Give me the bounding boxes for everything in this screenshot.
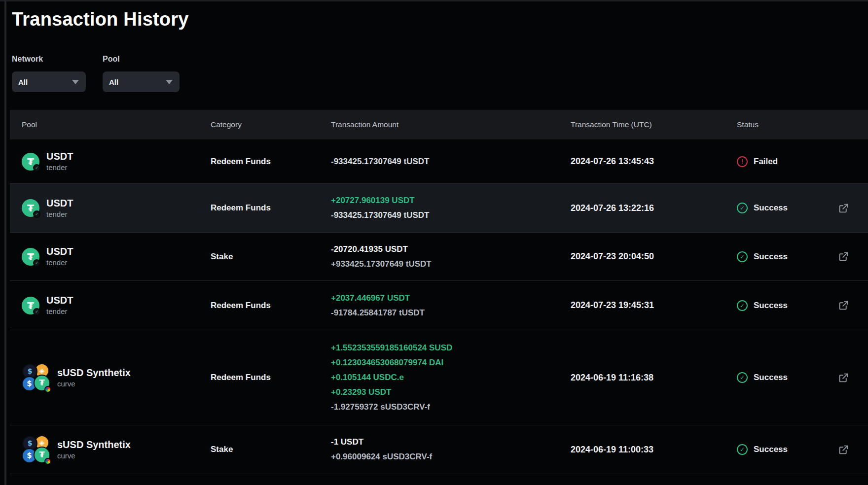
status-label: Success <box>754 445 788 454</box>
pool-filter-label: Pool <box>103 55 180 64</box>
table-row[interactable]: $ ◈ $ ₮ sUSD Synthetix curve Stake -1 US… <box>10 425 868 474</box>
amount-line: +0.23293 USDT <box>331 385 571 400</box>
pool-platform: tender <box>46 163 73 173</box>
pool-cell: ₮ ✓ USDT tender <box>10 294 211 316</box>
pool-filter: Pool All <box>103 55 180 92</box>
pool-platform: tender <box>46 209 73 219</box>
amount-line: +0.96009624 sUSD3CRV-f <box>331 450 571 464</box>
time-cell: 2024-07-26 13:45:43 <box>571 156 737 167</box>
pool-cell: $ ◈ $ ₮ sUSD Synthetix curve <box>10 436 211 464</box>
filters-bar: Network All Pool All <box>12 55 868 92</box>
tether-glyph-icon: ₮ <box>27 251 34 263</box>
status-label: Failed <box>754 157 778 167</box>
failed-icon: ! <box>737 156 748 167</box>
amount-line: -1 USDT <box>331 435 571 450</box>
pool-name: USDT <box>46 197 73 209</box>
network-dropdown-value: All <box>18 78 28 86</box>
success-icon: ✓ <box>737 300 748 311</box>
status-cell: ✓ Success <box>737 444 838 455</box>
category-cell: Redeem Funds <box>211 301 331 311</box>
pool-cell: ₮ ✓ USDT tender <box>10 245 211 268</box>
success-icon: ✓ <box>737 372 748 383</box>
pool-cell: $ ◈ $ ₮ sUSD Synthetix curve <box>10 364 211 392</box>
category-cell: Stake <box>211 252 331 262</box>
time-cell: 2024-07-23 19:45:31 <box>571 300 737 311</box>
category-cell: Redeem Funds <box>211 373 331 382</box>
column-header-time: Transaction Time (UTC) <box>571 120 737 129</box>
link-cell <box>838 300 868 311</box>
external-link-icon[interactable] <box>838 445 849 455</box>
column-header-category: Category <box>211 120 331 129</box>
usdt-coin-icon: ₮ ✓ <box>22 199 39 217</box>
network-filter: Network All <box>12 55 86 92</box>
susd-synthetix-pool-icon: $ ◈ $ ₮ <box>22 436 50 464</box>
status-cell: ✓ Success <box>737 372 838 383</box>
time-cell: 2024-06-19 11:00:33 <box>571 445 737 455</box>
amount-line: +2037.446967 USDT <box>331 291 571 306</box>
external-link-icon[interactable] <box>838 373 849 383</box>
transaction-history-page: Transaction History Network All Pool All… <box>0 0 868 483</box>
amount-line: -91784.25841787 tUSDT <box>331 306 571 320</box>
amount-line: -933425.17307649 tUSDT <box>331 154 571 169</box>
curve-badge-icon <box>44 386 51 393</box>
time-cell: 2024-07-26 13:22:16 <box>571 203 737 213</box>
status-label: Success <box>754 373 788 382</box>
amount-line: +933425.17307649 tUSDT <box>331 257 571 272</box>
time-cell: 2024-06-19 11:16:38 <box>571 373 737 383</box>
page-title: Transaction History <box>12 9 868 30</box>
external-link-icon[interactable] <box>838 251 849 262</box>
susd-synthetix-pool-icon: $ ◈ $ ₮ <box>22 364 50 392</box>
external-link-icon[interactable] <box>838 300 849 311</box>
link-cell <box>838 203 868 213</box>
success-icon: ✓ <box>737 203 748 213</box>
pool-name: USDT <box>46 150 73 162</box>
status-cell: ✓ Success <box>737 300 838 311</box>
amount-line: -20720.41935 USDT <box>331 242 571 257</box>
amount-cell: -20720.41935 USDT +933425.17307649 tUSDT <box>331 242 571 272</box>
status-label: Success <box>754 252 788 262</box>
pool-name: sUSD Synthetix <box>57 439 131 450</box>
verified-badge-icon: ✓ <box>33 210 40 218</box>
pool-name: USDT <box>46 294 73 306</box>
pool-platform: curve <box>57 451 131 461</box>
amount-line: +0.123034653068079974 DAI <box>331 355 571 370</box>
status-cell: ✓ Success <box>737 251 838 262</box>
network-dropdown[interactable]: All <box>12 71 86 92</box>
transaction-table: Pool Category Transaction Amount Transac… <box>10 110 868 483</box>
table-row[interactable]: ₮ ✓ USDT tender Redeem Funds +20727.9601… <box>10 184 868 233</box>
success-icon: ✓ <box>737 251 748 262</box>
status-label: Success <box>754 203 788 213</box>
pool-dropdown[interactable]: All <box>103 71 180 92</box>
amount-line: -1.92759372 sUSD3CRV-f <box>331 400 571 415</box>
status-label: Success <box>754 301 788 311</box>
table-row[interactable]: ₮ ✓ USDT tender Redeem Funds -933425.173… <box>10 139 868 184</box>
time-cell: 2024-07-23 20:04:50 <box>571 251 737 262</box>
tether-glyph-icon: ₮ <box>27 156 34 168</box>
tether-glyph-icon: ₮ <box>27 300 34 312</box>
usdt-coin-icon: ₮ ✓ <box>22 248 39 266</box>
pool-platform: curve <box>57 379 131 389</box>
category-cell: Redeem Funds <box>211 157 331 167</box>
table-header-row: Pool Category Transaction Amount Transac… <box>10 110 868 139</box>
table-row[interactable]: ₮ ✓ USDT tender Stake -20720.41935 USDT … <box>10 233 868 281</box>
verified-badge-icon: ✓ <box>33 308 40 315</box>
category-cell: Stake <box>211 445 331 454</box>
column-header-amount: Transaction Amount <box>331 120 571 129</box>
pool-platform: tender <box>46 258 73 268</box>
link-cell <box>838 445 868 455</box>
link-cell <box>838 373 868 383</box>
pool-name: sUSD Synthetix <box>57 367 131 379</box>
pool-cell: ₮ ✓ USDT tender <box>10 150 211 173</box>
link-cell <box>838 251 868 262</box>
external-link-icon[interactable] <box>838 203 849 213</box>
table-row[interactable]: ₮ ✓ USDT tender Redeem Funds +2037.44696… <box>10 281 868 330</box>
pool-platform: tender <box>46 307 73 316</box>
status-cell: ! Failed <box>737 156 838 167</box>
amount-line: +1.552353559185160524 SUSD <box>331 341 571 355</box>
table-row[interactable]: $ ◈ $ ₮ sUSD Synthetix curve Redeem Fund… <box>10 330 868 425</box>
amount-cell: -1 USDT +0.96009624 sUSD3CRV-f <box>331 435 571 464</box>
verified-badge-icon: ✓ <box>33 259 40 267</box>
amount-cell: +1.552353559185160524 SUSD +0.1230346530… <box>331 341 571 415</box>
pool-name: USDT <box>46 245 73 257</box>
amount-cell: +20727.960139 USDT -933425.17307649 tUSD… <box>331 193 571 223</box>
